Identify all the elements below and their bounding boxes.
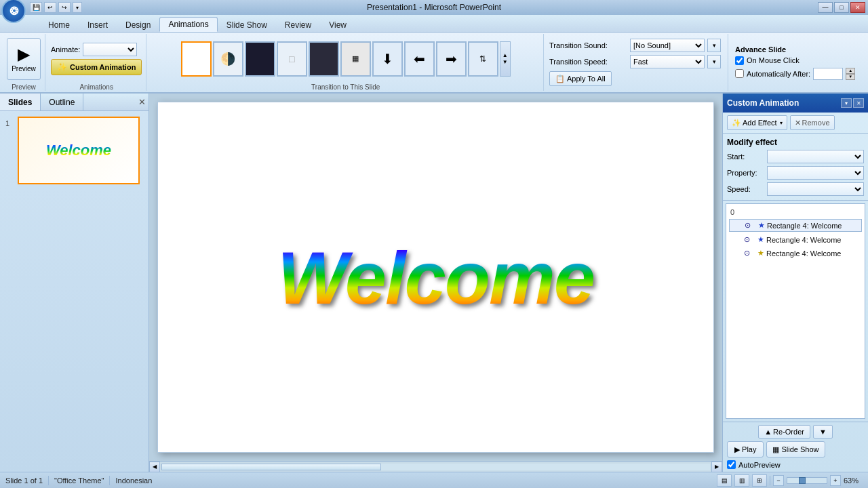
anim-item-1-clock-icon: ⊙ bbox=[745, 221, 757, 230]
start-select[interactable] bbox=[767, 150, 864, 163]
anim-panel-collapse[interactable]: ▾ bbox=[841, 98, 852, 108]
apply-to-all-button[interactable]: 📋 Apply To All bbox=[549, 71, 612, 86]
slides-tab[interactable]: Slides bbox=[0, 94, 41, 110]
trans-scroll-down[interactable]: ▲▼ bbox=[500, 41, 511, 77]
maximize-button[interactable]: □ bbox=[834, 2, 849, 13]
anim-add-remove-bar: ✨ Add Effect ▾ ✕ Remove bbox=[723, 113, 868, 134]
status-right: ▤ ▥ ⊞ − + 63% bbox=[717, 474, 863, 487]
scroll-right-button[interactable]: ▶ bbox=[711, 462, 722, 472]
tab-slideshow[interactable]: Slide Show bbox=[218, 17, 276, 32]
view-slide-button[interactable]: ▥ bbox=[734, 474, 749, 487]
transition-sound-label: Transition Sound: bbox=[549, 41, 627, 49]
apply-to-all-label: Apply To All bbox=[567, 75, 606, 83]
tab-view[interactable]: View bbox=[320, 17, 355, 32]
slideshow-button[interactable]: ▦ Slide Show bbox=[766, 441, 825, 458]
auto-after-spin-down[interactable]: ▼ bbox=[846, 74, 855, 80]
minimize-button[interactable]: — bbox=[818, 2, 833, 13]
trans-cover-thumb[interactable] bbox=[309, 41, 339, 77]
trans-more-thumb[interactable]: ⇅ bbox=[468, 41, 498, 77]
transitions-group: 🌗 □ ▦ ⬇ ⬅ ➡ ⇅ ▲▼ Transition to This Slid… bbox=[148, 34, 544, 91]
zoom-out-button[interactable]: − bbox=[773, 475, 784, 486]
panel-close-button[interactable]: ✕ bbox=[135, 94, 149, 111]
tab-review[interactable]: Review bbox=[276, 17, 320, 32]
trans-none-thumb[interactable] bbox=[181, 41, 212, 77]
tab-animations[interactable]: Animations bbox=[159, 17, 217, 32]
preview-group-content: ▶ Preview bbox=[7, 34, 41, 83]
animations-group-label: Animations bbox=[79, 83, 113, 91]
redo-quick-button[interactable]: ↪ bbox=[58, 2, 71, 13]
animations-group: Animate: ✨ Custom Animation Animations bbox=[47, 34, 146, 91]
view-normal-button[interactable]: ▤ bbox=[717, 474, 732, 487]
zoom-in-button[interactable]: + bbox=[830, 475, 841, 486]
quick-access-toolbar: 💾 ↩ ↪ ▾ bbox=[30, 2, 82, 13]
auto-after-label: Automatically After: bbox=[747, 70, 810, 78]
h-scroll-thumb[interactable] bbox=[161, 464, 381, 470]
reorder-label: Re-Order bbox=[773, 428, 804, 436]
transition-speed-more[interactable]: ▾ bbox=[707, 55, 721, 68]
save-quick-button[interactable]: 💾 bbox=[30, 2, 42, 13]
scroll-left-button[interactable]: ◀ bbox=[149, 462, 160, 472]
preview-icon: ▶ bbox=[18, 45, 30, 64]
trans-box-thumb[interactable]: □ bbox=[277, 41, 307, 77]
transition-sound-more[interactable]: ▾ bbox=[707, 39, 721, 52]
animate-label: Animate: bbox=[51, 45, 80, 54]
tab-design[interactable]: Design bbox=[117, 17, 159, 32]
trans-arrow-left-thumb[interactable]: ⬅ bbox=[404, 41, 435, 77]
undo-quick-button[interactable]: ↩ bbox=[44, 2, 56, 13]
anim-panel-header-btns: ▾ ✕ bbox=[841, 98, 864, 108]
transition-speed-select[interactable]: Fast bbox=[630, 55, 705, 68]
preview-label: Preview bbox=[12, 65, 36, 73]
reorder-down-button[interactable]: ▼ bbox=[813, 425, 833, 439]
anim-item-2[interactable]: ⊙ ★ Rectangle 4: Welcome bbox=[729, 234, 862, 245]
zoom-slider-thumb[interactable] bbox=[799, 477, 806, 484]
remove-icon: ✕ bbox=[795, 119, 801, 127]
anim-item-1-star-icon: ★ bbox=[758, 221, 765, 230]
anim-item-3[interactable]: ⊙ ★ Rectangle 4: Welcome bbox=[729, 247, 862, 259]
app-title: Presentation1 - Microsoft PowerPoint bbox=[367, 3, 501, 12]
animate-combo[interactable] bbox=[83, 43, 137, 56]
remove-effect-button[interactable]: ✕ Remove bbox=[790, 115, 835, 130]
window-controls: — □ ✕ bbox=[818, 2, 865, 13]
custom-animation-button[interactable]: ✨ Custom Animation bbox=[51, 59, 142, 75]
transition-options-group: Transition Sound: [No Sound] ▾ Transitio… bbox=[545, 34, 728, 91]
slide-item: 1 Welcome bbox=[5, 117, 143, 184]
anim-item-3-star-icon: ★ bbox=[757, 249, 764, 258]
status-sep-2 bbox=[109, 476, 110, 485]
add-effect-button[interactable]: ✨ Add Effect ▾ bbox=[727, 115, 787, 130]
preview-group: ▶ Preview Preview bbox=[3, 34, 45, 91]
speed-select[interactable] bbox=[767, 182, 864, 196]
play-button[interactable]: ▶ Play bbox=[727, 441, 764, 458]
auto-after-input[interactable]: 00:00 bbox=[813, 68, 843, 80]
outline-tab[interactable]: Outline bbox=[41, 94, 83, 110]
trans-arrow-down-thumb[interactable]: ⬇ bbox=[372, 41, 403, 77]
auto-after-check[interactable] bbox=[735, 69, 744, 78]
anim-list-header-row: 0 bbox=[729, 207, 862, 218]
trans-fade-thumb[interactable]: 🌗 bbox=[213, 41, 243, 77]
autopreview-check[interactable] bbox=[727, 460, 736, 469]
more-quick-button[interactable]: ▾ bbox=[73, 2, 82, 13]
auto-after-spin-up[interactable]: ▲ bbox=[846, 68, 855, 74]
view-reading-button[interactable]: ⊞ bbox=[752, 474, 767, 487]
tab-home[interactable]: Home bbox=[39, 17, 79, 32]
trans-wipe-thumb[interactable] bbox=[245, 41, 275, 77]
preview-button[interactable]: ▶ Preview bbox=[7, 38, 41, 80]
transitions-group-label: Transition to This Slide bbox=[311, 83, 380, 91]
reorder-up-icon: ▲ bbox=[764, 428, 772, 436]
trans-checker-thumb[interactable]: ▦ bbox=[340, 41, 371, 77]
close-button[interactable]: ✕ bbox=[850, 2, 865, 13]
on-mouse-click-check[interactable] bbox=[735, 56, 744, 65]
slide-thumb-text: Welcome bbox=[46, 142, 111, 159]
add-effect-icon: ✨ bbox=[732, 119, 741, 127]
remove-label: Remove bbox=[802, 119, 830, 127]
property-select[interactable] bbox=[767, 166, 864, 180]
property-label: Property: bbox=[727, 169, 764, 177]
trans-arrow-right-thumb[interactable]: ➡ bbox=[436, 41, 467, 77]
reorder-row: ▲ Re-Order ▼ bbox=[727, 425, 864, 439]
tab-insert[interactable]: Insert bbox=[79, 17, 117, 32]
transition-sound-select[interactable]: [No Sound] bbox=[630, 39, 705, 52]
anim-panel-close[interactable]: ✕ bbox=[853, 98, 864, 108]
reorder-up-button[interactable]: ▲ Re-Order bbox=[758, 425, 810, 439]
anim-item-1-text: Rectangle 4: Welcome bbox=[767, 222, 860, 230]
anim-item-1[interactable]: ⊙ ★ Rectangle 4: Welcome bbox=[729, 219, 862, 232]
slide-thumbnail[interactable]: Welcome bbox=[18, 117, 140, 184]
